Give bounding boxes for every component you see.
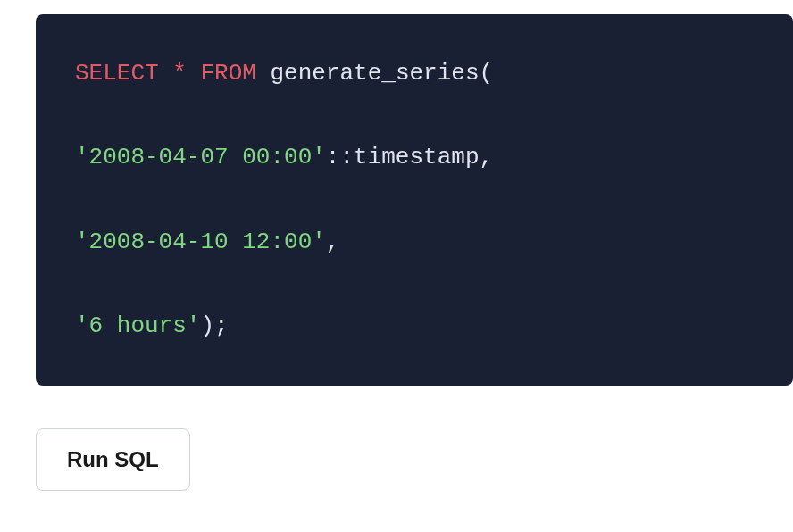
code-line-3: '2008-04-10 12:00',: [75, 226, 754, 258]
comma: ,: [326, 229, 340, 255]
sql-code-block: SELECT * FROM generate_series( '2008-04-…: [36, 14, 793, 386]
keyword-select: SELECT: [75, 60, 159, 87]
function-call: generate_series(: [256, 60, 493, 87]
operator-star: *: [159, 60, 201, 87]
code-line-2: '2008-04-07 00:00'::timestamp,: [75, 141, 754, 173]
run-sql-button[interactable]: Run SQL: [36, 428, 190, 491]
string-literal: '2008-04-10 12:00': [75, 229, 326, 255]
code-line-1: SELECT * FROM generate_series(: [75, 57, 754, 89]
type-cast: ::timestamp: [326, 144, 480, 170]
keyword-from: FROM: [200, 60, 255, 87]
string-literal: '6 hours': [75, 312, 200, 339]
code-line-4: '6 hours');: [75, 310, 754, 342]
comma: ,: [480, 144, 494, 170]
close-paren-semicolon: );: [200, 312, 228, 339]
string-literal: '2008-04-07 00:00': [75, 144, 326, 170]
